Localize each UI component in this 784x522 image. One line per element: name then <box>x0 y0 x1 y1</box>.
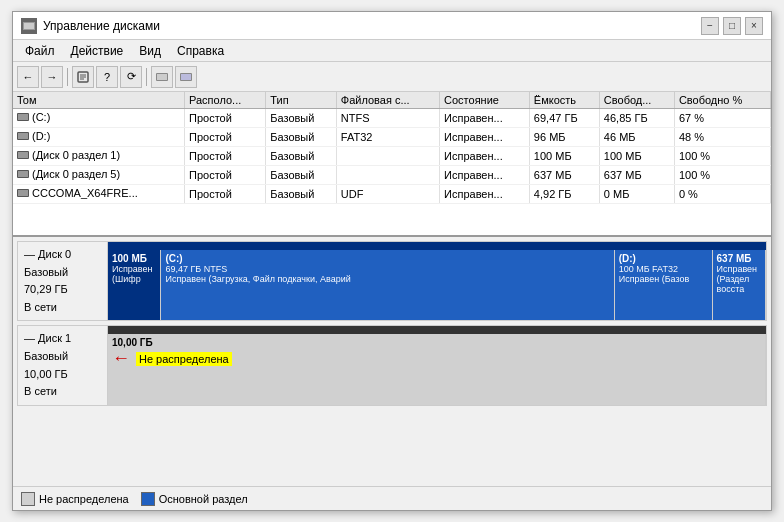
svg-rect-8 <box>157 74 167 80</box>
legend-alloc: Основной раздел <box>141 492 248 506</box>
partition-d0-d[interactable]: (D:) 100 МБ FAT32 Исправен (Базов <box>615 250 713 320</box>
back-button[interactable]: ← <box>17 66 39 88</box>
extra-button2[interactable] <box>175 66 197 88</box>
table-cell: Базовый <box>266 128 337 147</box>
close-button[interactable]: × <box>745 17 763 35</box>
partition-d0-c[interactable]: (C:) 69,47 ГБ NTFS Исправен (Загрузка, Ф… <box>161 250 614 320</box>
forward-button[interactable]: → <box>41 66 63 88</box>
table-cell: 69,47 ГБ <box>529 109 599 128</box>
partition-d0-c-name: (C:) <box>165 253 609 264</box>
disk-1-top-bar <box>108 326 766 334</box>
table-cell: 67 % <box>674 109 770 128</box>
partition-d0-c-detail: 69,47 ГБ NTFS <box>165 264 609 274</box>
partition-d0-recovery[interactable]: 637 МБ Исправен (Раздел восста <box>713 250 766 320</box>
window-controls: − □ × <box>701 17 763 35</box>
legend-alloc-box <box>141 492 155 506</box>
svg-rect-14 <box>18 133 28 139</box>
partition-d0-recovery-detail: Исправен (Раздел восста <box>717 264 761 294</box>
table-cell: NTFS <box>336 109 439 128</box>
table-row[interactable]: (D:) ПростойБазовыйFAT32Исправен...96 МБ… <box>13 128 771 147</box>
partition-d0-d-detail2: Исправен (Базов <box>619 274 708 284</box>
disk-1-partitions: 10,00 ГБ ← Не распределена <box>108 326 766 404</box>
disk-0-size: 70,29 ГБ <box>24 281 101 299</box>
table-cell: Простой <box>185 128 266 147</box>
col-header-status: Состояние <box>440 92 530 109</box>
menu-action[interactable]: Действие <box>63 42 132 59</box>
table-cell: Исправен... <box>440 109 530 128</box>
table-row[interactable]: (Диск 0 раздел 1) ПростойБазовыйИсправен… <box>13 147 771 166</box>
menu-view[interactable]: Вид <box>131 42 169 59</box>
title-bar: Управление дисками − □ × <box>13 12 771 40</box>
table-cell: 100 % <box>674 147 770 166</box>
maximize-button[interactable]: □ <box>723 17 741 35</box>
red-arrow-icon: ← <box>112 348 130 369</box>
partition-d1-unalloc[interactable]: 10,00 ГБ ← Не распределена <box>108 334 766 404</box>
minimize-button[interactable]: − <box>701 17 719 35</box>
disk-0-top-bar <box>108 242 766 250</box>
disk-1-status: В сети <box>24 383 101 401</box>
col-header-freepct: Свободно % <box>674 92 770 109</box>
table-cell: 100 % <box>674 166 770 185</box>
col-header-tom: Том <box>13 92 185 109</box>
properties-button[interactable] <box>72 66 94 88</box>
table-cell: Простой <box>185 109 266 128</box>
table-cell: CCCOMA_X64FRE... <box>13 185 185 204</box>
col-header-free: Свобод... <box>599 92 674 109</box>
table-row[interactable]: (C:) ПростойБазовыйNTFSИсправен...69,47 … <box>13 109 771 128</box>
legend-bar: Не распределена Основной раздел <box>13 486 771 510</box>
disk-0-label: — Диск 0 Базовый 70,29 ГБ В сети <box>18 242 108 320</box>
toolbar-sep1 <box>67 68 68 86</box>
disk-table-area: Том Располо... Тип Файловая с... Состоян… <box>13 92 771 237</box>
table-cell: Простой <box>185 147 266 166</box>
table-cell: Исправен... <box>440 147 530 166</box>
disk-1-label: — Диск 1 Базовый 10,00 ГБ В сети <box>18 326 108 404</box>
table-cell: FAT32 <box>336 128 439 147</box>
table-cell: (C:) <box>13 109 185 128</box>
table-cell: 637 МБ <box>529 166 599 185</box>
table-cell: Базовый <box>266 109 337 128</box>
table-cell: UDF <box>336 185 439 204</box>
disk-1-name: — Диск 1 <box>24 330 101 348</box>
toolbar: ← → ? ⟳ <box>13 62 771 92</box>
extra-button1[interactable] <box>151 66 173 88</box>
disk-0-name: — Диск 0 <box>24 246 101 264</box>
refresh-button[interactable]: ⟳ <box>120 66 142 88</box>
menu-file[interactable]: Файл <box>17 42 63 59</box>
svg-rect-12 <box>18 114 28 120</box>
partition-d0-p1[interactable]: 100 МБ Исправен (Шифр <box>108 250 161 320</box>
partition-d1-size: 10,00 ГБ <box>112 337 761 348</box>
table-row[interactable]: CCCOMA_X64FRE... ПростойБазовыйUDFИсправ… <box>13 185 771 204</box>
table-cell: (Диск 0 раздел 1) <box>13 147 185 166</box>
svg-rect-18 <box>18 171 28 177</box>
svg-rect-10 <box>181 74 191 80</box>
table-cell: 0 % <box>674 185 770 204</box>
help-toolbar-button[interactable]: ? <box>96 66 118 88</box>
table-header-row: Том Располо... Тип Файловая с... Состоян… <box>13 92 771 109</box>
disk-0-status: В сети <box>24 299 101 317</box>
table-cell: (D:) <box>13 128 185 147</box>
svg-rect-20 <box>18 190 28 196</box>
disk-0-partitions-row: 100 МБ Исправен (Шифр (C:) 69,47 ГБ NTFS… <box>108 250 766 320</box>
partition-d0-c-detail2: Исправен (Загрузка, Файл подкачки, Авари… <box>165 274 609 284</box>
table-cell: 96 МБ <box>529 128 599 147</box>
window-title: Управление дисками <box>43 19 701 33</box>
disk-row-1: — Диск 1 Базовый 10,00 ГБ В сети 10,00 Г… <box>17 325 767 405</box>
col-header-capacity: Ёмкость <box>529 92 599 109</box>
partition-d0-p1-name: 100 МБ <box>112 253 156 264</box>
svg-rect-16 <box>18 152 28 158</box>
table-cell <box>336 147 439 166</box>
toolbar-sep2 <box>146 68 147 86</box>
table-cell: Исправен... <box>440 166 530 185</box>
menu-bar: Файл Действие Вид Справка <box>13 40 771 62</box>
partition-d0-d-detail: 100 МБ FAT32 <box>619 264 708 274</box>
menu-help[interactable]: Справка <box>169 42 232 59</box>
disk-1-type: Базовый <box>24 348 101 366</box>
disk-table: Том Располо... Тип Файловая с... Состоян… <box>13 92 771 204</box>
disk-0-partitions: 100 МБ Исправен (Шифр (C:) 69,47 ГБ NTFS… <box>108 242 766 320</box>
table-cell: 48 % <box>674 128 770 147</box>
table-cell: 637 МБ <box>599 166 674 185</box>
table-cell: 100 МБ <box>599 147 674 166</box>
disk-1-partitions-row: 10,00 ГБ ← Не распределена <box>108 334 766 404</box>
table-row[interactable]: (Диск 0 раздел 5) ПростойБазовыйИсправен… <box>13 166 771 185</box>
disk-row-0: — Диск 0 Базовый 70,29 ГБ В сети 100 МБ … <box>17 241 767 321</box>
